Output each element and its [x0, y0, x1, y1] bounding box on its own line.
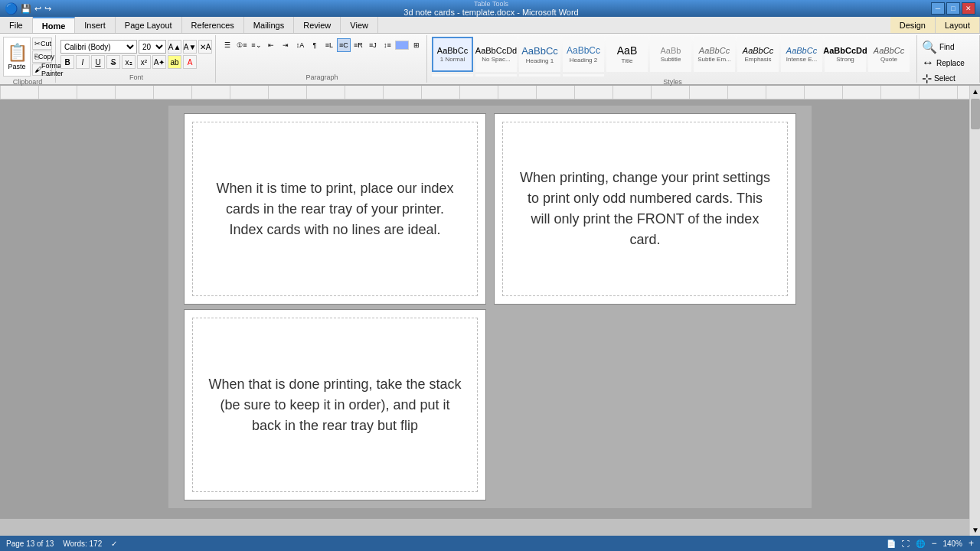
highlight-button[interactable]: ab — [168, 55, 181, 69]
styles-group: AaBbCc 1 Normal AaBbCcDd No Spac... AaBb… — [429, 35, 917, 83]
style-no-spacing[interactable]: AaBbCcDd No Spac... — [475, 37, 517, 72]
underline-button[interactable]: U — [91, 55, 105, 69]
justify-button[interactable]: ≡J — [366, 38, 380, 52]
print-layout-btn[interactable]: 📄 — [887, 540, 896, 548]
align-center-button[interactable]: ≡C — [337, 38, 351, 52]
bold-button[interactable]: B — [60, 55, 74, 69]
card-row-1: When it is time to print, place our inde… — [184, 113, 796, 305]
italic-button[interactable]: I — [76, 55, 90, 69]
quick-access-undo[interactable]: ↩ — [34, 4, 41, 14]
paste-icon: 📋 — [7, 43, 28, 63]
align-right-button[interactable]: ≡R — [351, 38, 365, 52]
scroll-thumb[interactable] — [971, 99, 980, 129]
style-quote[interactable]: AaBbCc Quote — [868, 37, 910, 72]
tab-references[interactable]: References — [182, 17, 244, 33]
increase-indent-button[interactable]: ⇥ — [279, 38, 292, 52]
vertical-scrollbar[interactable]: ▲ ▼ — [969, 86, 980, 536]
replace-label: Replace — [936, 59, 965, 67]
web-layout-btn[interactable]: 🌐 — [916, 540, 925, 548]
style-emphasis[interactable]: AaBbCc Emphasis — [737, 37, 779, 72]
index-card-2[interactable]: When printing, change your print setting… — [494, 113, 796, 305]
superscript-button[interactable]: x² — [137, 55, 151, 69]
ruler-markings — [0, 86, 980, 99]
tab-page-layout[interactable]: Page Layout — [116, 17, 182, 33]
paste-button[interactable]: 📋 Paste — [3, 37, 31, 77]
clipboard-group: 📋 Paste ✂ Cut ⎘ Copy 🖌 Format Painter Cl… — [0, 35, 56, 83]
style-title[interactable]: AaB Title — [606, 37, 648, 72]
zoom-in-btn[interactable]: + — [969, 538, 974, 549]
font-group: Calibri (Body) 20 A▲ A▼ ✕A B I U S x₂ x² — [57, 35, 216, 83]
tab-file[interactable]: File — [0, 17, 33, 33]
page-count: Page 13 of 13 — [6, 540, 54, 548]
clipboard-label: Clipboard — [3, 77, 52, 86]
strikethrough-button[interactable]: S — [106, 55, 120, 69]
quick-access-redo[interactable]: ↪ — [44, 4, 51, 14]
tab-view[interactable]: View — [341, 17, 378, 33]
card-3-text: When that is done printing, take the sta… — [192, 351, 478, 459]
status-bar: Page 13 of 13 Words: 172 ✓ 📄 ⛶ 🌐 − 140% … — [0, 536, 980, 551]
tab-design[interactable]: Design — [890, 17, 936, 33]
table-tools-label: Table Tools — [474, 0, 508, 8]
select-button[interactable]: ⊹ Select — [922, 71, 956, 86]
scroll-up-button[interactable]: ▲ — [970, 86, 980, 97]
sort-button[interactable]: ↕A — [293, 38, 307, 52]
full-screen-btn[interactable]: ⛶ — [902, 540, 910, 548]
show-marks-button[interactable]: ¶ — [308, 38, 322, 52]
zoom-out-btn[interactable]: − — [931, 538, 936, 549]
font-color-button[interactable]: A — [183, 55, 197, 69]
find-button[interactable]: 🔍 Find — [922, 40, 954, 54]
index-card-1[interactable]: When it is time to print, place our inde… — [184, 113, 486, 305]
decrease-indent-button[interactable]: ⇤ — [264, 38, 278, 52]
style-strong[interactable]: AaBbCcDd Strong — [825, 37, 866, 72]
select-label: Select — [934, 74, 956, 83]
style-heading2[interactable]: AaBbCc Heading 2 — [563, 37, 604, 72]
clear-format-button[interactable]: ✕A — [198, 40, 212, 54]
shrink-font-button[interactable]: A▼ — [183, 40, 197, 54]
style-normal[interactable]: AaBbCc 1 Normal — [432, 37, 473, 72]
style-intense-em[interactable]: AaBbCc Intense E... — [781, 37, 822, 72]
paragraph-label: Paragraph — [220, 72, 423, 81]
minimize-button[interactable]: ─ — [931, 2, 945, 15]
tab-home[interactable]: Home — [33, 17, 76, 33]
document-page: When it is time to print, place our inde… — [168, 106, 812, 508]
subscript-button[interactable]: x₂ — [122, 55, 136, 69]
cut-button[interactable]: ✂ Cut — [32, 37, 52, 50]
multilevel-list-button[interactable]: ≡⌄ — [250, 38, 263, 52]
find-label: Find — [939, 43, 954, 51]
word-count: Words: 172 — [63, 540, 102, 548]
grow-font-button[interactable]: A▲ — [168, 40, 181, 54]
shading-button[interactable] — [395, 41, 409, 50]
quick-access-save[interactable]: 💾 — [21, 4, 31, 14]
card-2-text: When printing, change your print setting… — [502, 145, 788, 273]
style-subtle-em[interactable]: AaBbCc Subtle Em... — [694, 37, 735, 72]
borders-button[interactable]: ⊞ — [410, 38, 423, 52]
tab-review[interactable]: Review — [294, 17, 341, 33]
tab-mailings[interactable]: Mailings — [244, 17, 294, 33]
align-left-button[interactable]: ≡L — [322, 38, 336, 52]
bullets-button[interactable]: ☰ — [220, 38, 234, 52]
paragraph-group: ☰ ①≡ ≡⌄ ⇤ ⇥ ↕A ¶ ≡L ≡C ≡R ≡J ↕≡ ⊞ Paragr… — [217, 35, 427, 83]
text-effects-button[interactable]: A✦ — [152, 55, 166, 69]
scroll-down-button[interactable]: ▼ — [970, 524, 980, 536]
format-painter-button[interactable]: 🖌 Format Painter — [32, 64, 52, 76]
replace-icon: ↔ — [922, 56, 934, 70]
close-button[interactable]: ✕ — [962, 2, 975, 15]
line-spacing-button[interactable]: ↕≡ — [381, 38, 394, 52]
document-area: When it is time to print, place our inde… — [0, 99, 980, 519]
title-bar: 🔵 💾 ↩ ↪ Table Tools 3d note cards - temp… — [0, 0, 980, 17]
maximize-button[interactable]: □ — [946, 2, 960, 15]
style-heading1[interactable]: AaBbCc Heading 1 — [519, 37, 560, 72]
tab-layout[interactable]: Layout — [936, 17, 980, 33]
replace-button[interactable]: ↔ Replace — [922, 56, 965, 70]
font-size-select[interactable]: 20 — [139, 40, 166, 54]
tab-insert[interactable]: Insert — [75, 17, 116, 33]
page-status: Page 13 of 13 — [6, 540, 54, 548]
editing-group: 🔍 Find ↔ Replace ⊹ Select Editing — [919, 35, 980, 83]
copy-button[interactable]: ⎘ Copy — [32, 51, 52, 63]
index-card-3[interactable]: When that is done printing, take the sta… — [184, 309, 486, 500]
numbering-button[interactable]: ①≡ — [235, 38, 249, 52]
style-subtitle[interactable]: AaBb Subtitle — [650, 37, 691, 72]
scissors-icon: ✂ — [34, 40, 41, 47]
ruler — [0, 86, 980, 99]
font-name-select[interactable]: Calibri (Body) — [60, 40, 137, 54]
